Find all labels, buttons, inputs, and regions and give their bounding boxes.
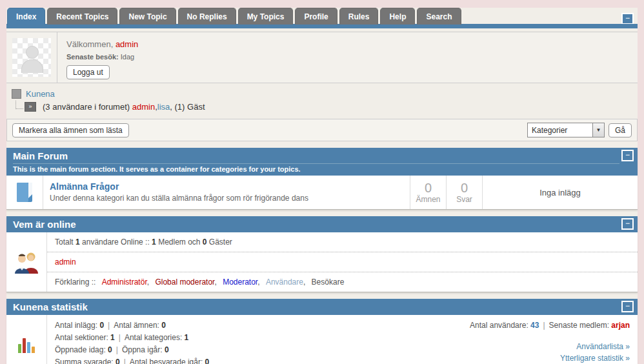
userlist-link[interactable]: Användarlista » [417,341,630,352]
tab-underline-bar [6,24,638,28]
current-user-link[interactable]: admin [116,39,138,49]
category-info: Almänna Frågor Under denna kategori kan … [43,176,410,209]
welcome-greeting: Välkommen, admin [66,39,138,49]
replies-label: Svar [456,195,472,204]
online-username-link[interactable]: admin [55,258,76,267]
stat-line-posts: Antal inlägg: 0|Antal ämnen: 0 [55,319,417,332]
welcome-panel: Välkommen, admin Senaste besök: Idag Log… [6,32,638,83]
stats-left-column: Antal inlägg: 0|Antal ämnen: 0 Antal sek… [55,319,417,364]
avatar-person-icon [26,46,39,59]
legend-visitor: Besökare [312,278,345,287]
category-row: Almänna Frågor Under denna kategori kan … [6,176,638,209]
tab-bar: Index Recent Topics New Topic No Replies… [6,8,638,25]
category-select[interactable]: Kategorier ▼ [527,123,605,137]
main-forum-collapse-icon[interactable]: − [621,150,634,161]
forum-page: Index Recent Topics New Topic No Replies… [6,8,638,359]
category-title-link[interactable]: Almänna Frågor [50,181,119,192]
topics-label: Ämnen [416,195,440,204]
legend-administrator: Administratör [102,278,147,287]
main-forum-section: Main Forum This is the main forum sectio… [6,148,638,210]
section-title: Vem är online [13,219,619,230]
tab-help[interactable]: Help [380,8,415,25]
replies-count-column: 0 Svar [446,176,482,209]
legend-moderator: Moderator [223,278,257,287]
last-post-cell: Inga inlägg [482,176,638,209]
statistics-collapse-icon[interactable]: − [621,301,634,312]
category-icon-cell [6,176,43,209]
more-statistics-link[interactable]: Ytterligare statistik » [417,352,630,364]
tab-rules[interactable]: Rules [339,8,379,25]
tab-search[interactable]: Search [417,8,461,25]
whos-online-section: Vem är online − Totalt 1 användare Onlin… [6,216,638,292]
breadcrumb: Kunena » (3 användare i forumet) admin, … [6,83,638,116]
legend-global-moderator: Global moderator [155,278,214,287]
online-icon-cell [6,232,47,292]
legend-row: Förklaring :: Administratör, Global mode… [47,272,638,292]
main-forum-header: Main Forum This is the main forum sectio… [6,148,638,176]
latest-member-link[interactable]: arjan [611,321,630,330]
statistics-header: Kunena statistik − [6,299,638,315]
avatar [12,38,51,77]
stats-right-column: Antal användare: 43|Senaste medlem: arja… [417,319,630,364]
mark-all-read-button[interactable]: Markera alla ämnen som lästa [12,123,129,137]
tab-no-replies[interactable]: No Replies [178,8,236,25]
stats-icon-cell [6,315,47,364]
last-visit: Senaste besök: Idag [66,53,138,61]
online-user-lisa-link[interactable]: lisa [157,102,170,112]
section-title: Kunena statistik [13,301,619,313]
tab-new-topic[interactable]: New Topic [119,8,176,25]
category-select-value: Kategorier [528,126,592,135]
tab-my-topics[interactable]: My Topics [238,8,294,25]
arrow-right-icon: » [25,102,36,112]
tree-connector [15,101,23,109]
category-description: Under denna kategori kan du ställa almän… [50,194,403,203]
users-in-forum-text: (3 användare i forumet) [43,102,130,112]
stat-line-sections: Antal sektioner: 1|Antal kategories: 1 [55,332,417,344]
topics-count-column: 0 Ämnen [410,176,446,209]
go-button[interactable]: Gå [609,123,632,137]
logout-button[interactable]: Logga ut [66,65,110,79]
legend-user: Användare [266,278,303,287]
chevron-down-icon: ▼ [592,123,604,137]
whos-online-header: Vem är online − [6,216,638,232]
tab-recent-topics[interactable]: Recent Topics [47,8,117,25]
guest-count-text: , (1) Gäst [170,102,205,112]
forum-root-icon [12,89,21,99]
stat-line-answered: Summa svarade: 0|Antal besvarade igår: 0 [55,356,417,364]
user-count: 43 [530,321,539,330]
tab-profile[interactable]: Profile [295,8,337,25]
whos-online-collapse-icon[interactable]: − [621,218,634,230]
online-total-row: Totalt 1 användare Online :: 1 Medlem oc… [47,232,638,252]
bar-chart-icon [18,336,35,353]
users-icon [14,250,39,274]
tab-index[interactable]: Index [7,8,45,25]
replies-count: 0 [461,181,468,195]
forum-toolbar: Markera alla ämnen som lästa Kategorier … [6,119,638,141]
statistics-section: Kunena statistik − Antal inlägg: 0|Antal… [6,299,638,364]
avatar-cell [6,32,57,83]
stat-line-opened: Öppnade idag: 0|Öppna igår: 0 [55,344,417,356]
section-description: This is the main forum section. It serve… [13,163,619,174]
online-user-admin-link[interactable]: admin [132,102,155,112]
online-users-row: admin [47,252,638,272]
folder-icon [15,181,34,203]
breadcrumb-root-link[interactable]: Kunena [26,89,55,99]
topics-count: 0 [425,181,432,195]
welcome-info: Välkommen, admin Senaste besök: Idag Log… [57,32,138,83]
section-title: Main Forum [13,150,619,162]
stat-line-users: Antal användare: 43|Senaste medlem: arja… [417,319,630,332]
legend-label: Förklaring :: [55,278,98,287]
